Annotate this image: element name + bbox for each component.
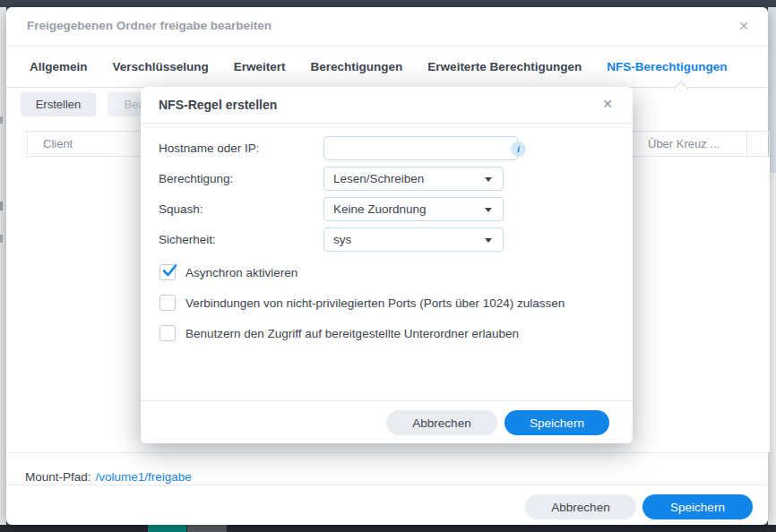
column-header-ueber-kreuz[interactable]: Über Kreuz ... xyxy=(648,132,720,156)
checkbox-box[interactable] xyxy=(160,295,176,311)
squash-value: Keine Zuordnung xyxy=(333,202,427,216)
taskbar-progress-gray xyxy=(187,525,227,532)
security-value: sys xyxy=(333,233,351,246)
desktop-left-edge-marks xyxy=(0,235,3,243)
security-dropdown[interactable]: sys xyxy=(323,227,504,252)
modal-title: NFS-Regel erstellen xyxy=(159,98,277,112)
modal-save-button[interactable]: Speichern xyxy=(504,410,609,435)
async-checkbox[interactable]: Asynchron aktivieren xyxy=(160,264,297,280)
mount-path-row: Mount-Pfad: /volume1/freigabe xyxy=(25,460,192,493)
subfolder-access-checkbox[interactable]: Benutzern den Zugriff auf bereitgestellt… xyxy=(160,325,519,341)
checkbox-box[interactable] xyxy=(160,264,176,280)
save-button[interactable]: Speichern xyxy=(642,494,753,519)
privilege-value: Lesen/Schreiben xyxy=(333,172,424,185)
cancel-button[interactable]: Abbrechen xyxy=(525,494,636,519)
check-icon xyxy=(161,262,178,279)
close-icon[interactable]: ✕ xyxy=(734,16,754,36)
create-button[interactable]: Erstellen xyxy=(21,92,96,116)
column-header-client[interactable]: Client xyxy=(43,132,73,156)
tab-berechtigungen[interactable]: Berechtigungen xyxy=(311,60,403,73)
dialog-header: Freigegebenen Ordner freigabe bearbeiten… xyxy=(6,7,768,47)
modal-header-divider xyxy=(141,123,633,124)
close-icon[interactable]: ✕ xyxy=(599,95,616,113)
chevron-down-icon xyxy=(485,238,492,243)
chevron-down-icon xyxy=(485,177,492,182)
mount-path-link[interactable]: /volume1/freigabe xyxy=(96,470,192,484)
divider xyxy=(6,452,768,453)
security-label: Sicherheit: xyxy=(159,227,216,252)
tab-erweitert[interactable]: Erweitert xyxy=(234,60,286,73)
modal-cancel-button[interactable]: Abbrechen xyxy=(386,410,497,435)
taskbar xyxy=(0,525,776,532)
chevron-down-icon xyxy=(485,208,492,212)
dialog-title: Freigegebenen Ordner freigabe bearbeiten xyxy=(27,19,272,32)
hostname-label: Hostname oder IP: xyxy=(159,136,260,160)
tab-erweiterte-berechtigungen[interactable]: Erweiterte Berechtigungen xyxy=(427,60,582,73)
column-separator[interactable] xyxy=(746,132,747,156)
squash-label: Squash: xyxy=(159,197,203,221)
desktop-left-edge xyxy=(0,7,6,525)
tab-allgemein[interactable]: Allgemein xyxy=(30,60,88,73)
checkbox-label: Verbindungen von nicht-privilegierten Po… xyxy=(185,296,565,310)
mount-path-label: Mount-Pfad: xyxy=(25,470,91,484)
privilege-label: Berechtigung: xyxy=(159,167,233,191)
checkbox-box[interactable] xyxy=(160,325,176,341)
squash-dropdown[interactable]: Keine Zuordnung xyxy=(323,197,504,221)
privilege-dropdown[interactable]: Lesen/Schreiben xyxy=(323,167,504,191)
checkbox-label: Benutzern den Zugriff auf bereitgestellt… xyxy=(185,327,519,340)
tab-bar: Allgemein Verschlüsselung Erweitert Bere… xyxy=(6,47,768,88)
checkbox-label: Asynchron aktivieren xyxy=(185,266,297,279)
hostname-input[interactable] xyxy=(323,136,518,160)
tab-verschluesselung[interactable]: Verschlüsselung xyxy=(113,60,209,73)
nonprivileged-ports-checkbox[interactable]: Verbindungen von nicht-privilegierten Po… xyxy=(160,295,565,311)
desktop-left-edge-marks xyxy=(0,202,3,210)
nfs-rule-create-modal: NFS-Regel erstellen ✕ Hostname oder IP: … xyxy=(141,87,633,443)
divider xyxy=(6,485,768,485)
modal-footer-divider xyxy=(141,400,633,401)
info-icon[interactable]: i xyxy=(511,142,526,157)
tab-nfs-berechtigungen[interactable]: NFS-Berechtigungen xyxy=(607,60,727,73)
taskbar-progress-teal xyxy=(148,525,186,532)
desktop-left-edge-marks xyxy=(0,116,3,124)
